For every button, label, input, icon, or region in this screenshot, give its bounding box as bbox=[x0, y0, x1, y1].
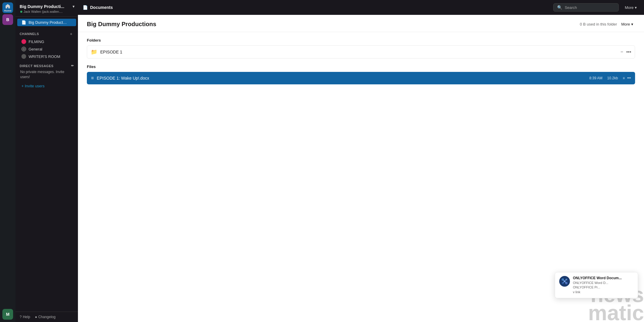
more-chevron-icon: ▾ bbox=[635, 5, 637, 10]
notif-line-1: ONLYOFFICE Word D... bbox=[573, 281, 634, 285]
filming-channel-label: FILMING bbox=[29, 40, 44, 44]
help-label: Help bbox=[23, 315, 30, 319]
files-section: Files ≡ EPISODE 1: Wake Up!.docx 8:39 AM… bbox=[87, 64, 635, 84]
folder-row-episode1[interactable]: 📁 EPISODE 1 − ••• bbox=[87, 45, 635, 59]
breadcrumb-text: Documents bbox=[90, 5, 113, 10]
notification-title: ONLYOFFICE Word Docum... bbox=[573, 276, 634, 280]
channel-item-general[interactable]: ○ General bbox=[17, 45, 76, 53]
changelog-link[interactable]: ● Changelog bbox=[35, 315, 55, 319]
search-placeholder: Search bbox=[565, 5, 577, 10]
add-channel-button[interactable]: + bbox=[68, 31, 74, 37]
file-list-icon[interactable]: ≡ bbox=[623, 76, 625, 80]
channels-section-header: CHANNELS + bbox=[15, 28, 78, 38]
notification-body: ONLYOFFICE Word D... ONLYOFFICE Pr... v … bbox=[573, 281, 634, 294]
writers-room-icon bbox=[21, 54, 26, 59]
more-button[interactable]: More ▾ bbox=[622, 4, 639, 11]
breadcrumb-icon: 📄 bbox=[83, 5, 88, 10]
documents-body: Folders 📁 EPISODE 1 − ••• Files ≡ EPISOD bbox=[78, 32, 644, 91]
writers-room-label: WRITER'S ROOM bbox=[29, 54, 60, 59]
sidebar-item-documents[interactable]: 📄 Big Dummy Productions bbox=[17, 19, 76, 26]
file-time: 8:39 AM bbox=[589, 76, 602, 80]
file-doc-icon: ≡ bbox=[91, 75, 94, 81]
documents-icon: 📄 bbox=[21, 20, 26, 25]
files-section-title: Files bbox=[87, 64, 635, 69]
file-name: EPISODE 1: Wake Up!.docx bbox=[97, 76, 149, 80]
notification-app-icon bbox=[559, 276, 570, 287]
icon-bar: Home B M bbox=[0, 0, 15, 322]
file-row-left: ≡ EPISODE 1: Wake Up!.docx bbox=[91, 75, 149, 81]
search-icon: 🔍 bbox=[557, 5, 562, 10]
home-icon-button[interactable]: Home bbox=[2, 2, 13, 13]
search-bar[interactable]: 🔍 Search bbox=[553, 3, 619, 12]
notif-line-2: ONLYOFFICE Pr... bbox=[573, 285, 634, 290]
folder-options-icon[interactable]: ••• bbox=[626, 49, 631, 55]
documents-header-right: 0 B used in this folder More ▾ bbox=[580, 21, 635, 27]
folder-name: EPISODE 1 bbox=[100, 50, 122, 54]
invite-users-label: + Invite users bbox=[21, 84, 45, 88]
dm-label-text: DIRECT MESSAGES bbox=[20, 64, 54, 68]
workspace-m-icon[interactable]: M bbox=[2, 309, 13, 320]
channel-item-filming[interactable]: FILMING bbox=[17, 38, 76, 45]
storage-used-text: 0 B used in this folder bbox=[580, 22, 617, 26]
notification-content: ONLYOFFICE Word Docum... ONLYOFFICE Word… bbox=[573, 276, 634, 294]
filming-channel-icon bbox=[21, 39, 26, 44]
dm-empty-text: No private messages. Invite users! bbox=[20, 70, 74, 80]
sidebar: Big Dummy Producti... ▾ Jack Wallen (jac… bbox=[15, 0, 78, 322]
sidebar-footer: ? Help ● Changelog bbox=[15, 312, 78, 322]
help-icon: ? bbox=[20, 315, 22, 319]
channels-list: FILMING ○ General WRITER'S ROOM bbox=[15, 38, 78, 60]
folder-icon: 📁 bbox=[91, 49, 97, 55]
sidebar-navigation: 📄 Big Dummy Productions bbox=[15, 17, 78, 28]
invite-users-button[interactable]: + Invite users bbox=[17, 82, 76, 90]
folders-section-title: Folders bbox=[87, 38, 635, 42]
breadcrumb: 📄 Documents bbox=[83, 5, 113, 10]
documents-more-label: More bbox=[621, 22, 630, 26]
documents-header: Big Dummy Productions 0 B used in this f… bbox=[78, 15, 644, 32]
top-bar: 📄 Documents 🔍 Search More ▾ bbox=[78, 0, 644, 15]
notification-popup: ONLYOFFICE Word Docum... ONLYOFFICE Word… bbox=[555, 272, 638, 298]
folder-row-left: 📁 EPISODE 1 bbox=[91, 49, 122, 55]
changelog-icon: ● bbox=[35, 315, 37, 319]
documents-more-chevron: ▾ bbox=[631, 22, 633, 26]
file-actions: ≡ ••• bbox=[623, 76, 631, 80]
general-channel-icon: ○ bbox=[21, 47, 26, 51]
dm-edit-icon[interactable]: ✏ bbox=[71, 64, 74, 68]
documents-page-title: Big Dummy Productions bbox=[87, 21, 156, 28]
more-label: More bbox=[625, 5, 634, 10]
dm-section-header: DIRECT MESSAGES ✏ bbox=[20, 64, 74, 68]
folder-collapse-icon[interactable]: − bbox=[621, 49, 623, 55]
sidebar-header: Big Dummy Producti... ▾ Jack Wallen (jac… bbox=[15, 0, 78, 17]
changelog-label: Changelog bbox=[38, 315, 56, 319]
chevron-down-icon: ▾ bbox=[73, 4, 74, 9]
user-status: Jack Wallen (jack.wallen.... bbox=[20, 10, 74, 13]
notif-line-3: v link bbox=[573, 290, 634, 294]
direct-messages-section: DIRECT MESSAGES ✏ No private messages. I… bbox=[15, 60, 78, 81]
file-row-episode1[interactable]: ≡ EPISODE 1: Wake Up!.docx 8:39 AM 10.2k… bbox=[87, 72, 635, 84]
channels-label: CHANNELS bbox=[20, 32, 39, 36]
folder-row-right: − ••• bbox=[621, 49, 631, 55]
workspace-name-text: Big Dummy Producti... bbox=[20, 4, 71, 9]
help-link[interactable]: ? Help bbox=[20, 315, 30, 319]
file-row-right: 8:39 AM 10.2kb ≡ ••• bbox=[589, 76, 631, 80]
channel-item-writers-room[interactable]: WRITER'S ROOM bbox=[17, 53, 76, 60]
sidebar-documents-label: Big Dummy Productions bbox=[29, 20, 67, 25]
file-size: 10.2kb bbox=[607, 76, 618, 80]
file-options-icon[interactable]: ••• bbox=[627, 76, 631, 80]
workspace-b-icon[interactable]: B bbox=[2, 14, 13, 25]
user-name-text: Jack Wallen (jack.wallen.... bbox=[23, 10, 63, 13]
home-label: Home bbox=[4, 9, 11, 12]
status-dot bbox=[20, 11, 22, 13]
documents-more-button[interactable]: More ▾ bbox=[619, 21, 635, 27]
workspace-name[interactable]: Big Dummy Producti... ▾ bbox=[20, 4, 74, 9]
general-channel-label: General bbox=[29, 47, 42, 51]
